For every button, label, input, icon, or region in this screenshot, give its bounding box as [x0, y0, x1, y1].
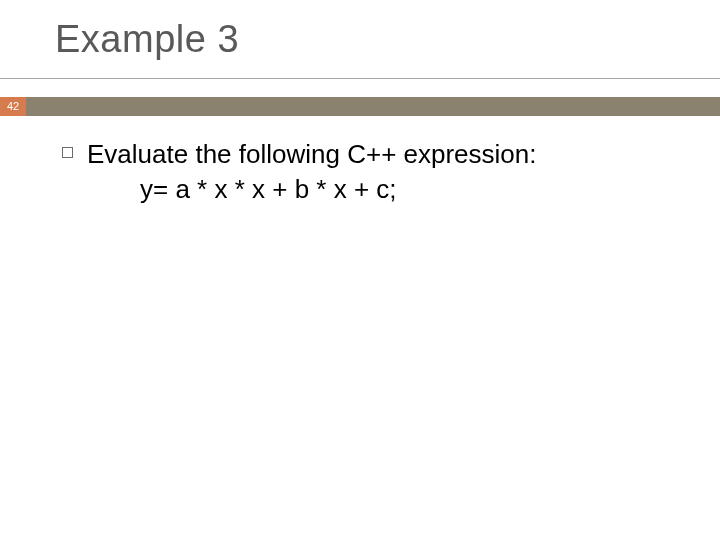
bullet-text-line2: y= a * x * x + b * x + c;: [140, 174, 662, 205]
slide-title: Example 3: [55, 18, 239, 61]
square-bullet-icon: [62, 147, 73, 158]
bullet-text-line1: Evaluate the following C++ expression:: [87, 138, 537, 172]
slide: Example 3 42 Evaluate the following C++ …: [0, 0, 720, 540]
content-area: Evaluate the following C++ expression: y…: [62, 138, 662, 205]
title-underline: [0, 78, 720, 79]
bullet-item: Evaluate the following C++ expression:: [62, 138, 662, 172]
page-number-badge: 42: [0, 97, 26, 116]
accent-bar: [26, 97, 720, 116]
